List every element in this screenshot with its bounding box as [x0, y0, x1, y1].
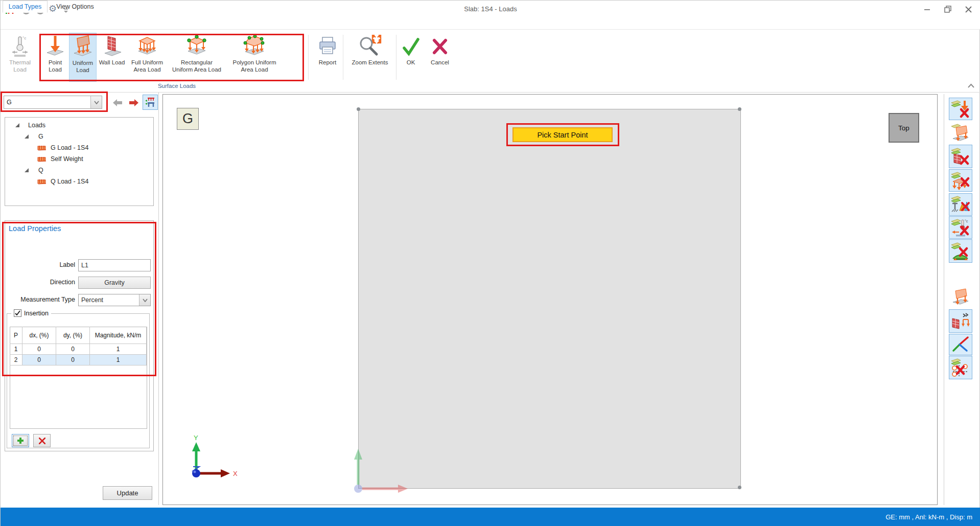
direction-button[interactable]: Gravity — [78, 277, 151, 289]
rectangular-uniform-area-load-button[interactable]: RectangularUniform Area Load — [168, 33, 225, 82]
toggle-hide-node-numbers-button[interactable] — [949, 356, 972, 379]
tree-node-g-load[interactable]: G Load - 1S4 — [37, 142, 88, 153]
report-button[interactable]: Report — [313, 33, 342, 82]
table-cell[interactable]: 1 — [90, 355, 147, 365]
view-top-label: Top — [898, 124, 909, 132]
tab-view-options[interactable]: View Options — [48, 1, 103, 13]
tab-load-types[interactable]: Load Types — [3, 1, 48, 13]
pick-start-point-label: Pick Start Point — [537, 131, 588, 139]
delete-x-icon — [39, 438, 45, 444]
point-load-button[interactable]: PointLoad — [42, 33, 68, 82]
tree-node-label: Self Weight — [51, 155, 83, 163]
hide-supports-icon — [951, 195, 970, 214]
load-case-input[interactable] — [4, 96, 90, 108]
restore-button[interactable] — [941, 4, 954, 15]
slab-corner-node[interactable] — [357, 107, 360, 111]
cancel-button[interactable]: Cancel — [425, 33, 455, 82]
table-cell[interactable]: 1 — [90, 344, 147, 355]
axis-x-label: X — [233, 470, 238, 477]
uniform-load-button[interactable]: UniformLoad — [69, 33, 97, 82]
tree-expanded-icon — [24, 168, 29, 173]
label-field-value: L1 — [81, 262, 88, 269]
toggle-hide-wall-loads-button[interactable] — [949, 145, 972, 168]
tree-node-label: G Load - 1S4 — [51, 144, 88, 151]
update-button[interactable]: Update — [103, 486, 152, 500]
slab-region[interactable] — [358, 109, 741, 489]
point-load-icon — [45, 33, 65, 57]
toggle-hide-supports-button[interactable] — [949, 193, 972, 216]
load-case-manager-button[interactable] — [143, 95, 158, 110]
table-cell[interactable]: 0 — [22, 355, 56, 365]
tree-node-q[interactable]: Q — [24, 165, 43, 176]
tab-load-types-label: Load Types — [9, 3, 41, 10]
tree-node-g[interactable]: G — [24, 131, 43, 142]
polygon-uniform-area-load-button[interactable]: Polygon UniformArea Load — [226, 33, 283, 82]
hide-soil-loads-icon — [951, 241, 970, 261]
polygon-uniform-area-load-icon — [242, 33, 267, 57]
ribbon-separator — [308, 35, 309, 80]
table-cell[interactable]: 0 — [56, 355, 90, 365]
ribbon-tabrow — [1, 17, 980, 30]
zoom-extents-button[interactable]: Zoom Extents — [346, 33, 394, 82]
close-button[interactable] — [962, 4, 975, 15]
tree-expanded-icon — [24, 134, 29, 139]
toggle-hide-point-loads-button[interactable] — [949, 98, 972, 120]
svg-text:°c: °c — [965, 219, 968, 223]
measurement-type-value: Percent — [79, 296, 139, 304]
tree-node-loads[interactable]: Loads — [15, 120, 45, 131]
label-field-caption: Label — [11, 261, 75, 268]
axes-triad: Y X — [177, 434, 243, 487]
table-cell[interactable]: 2 — [10, 355, 22, 365]
load-properties-title: Load Properties — [9, 224, 61, 233]
slab-loads-window: ⚙ Slab: 1S4 - Loads Load Types View Opti… — [0, 0, 980, 526]
delete-row-button[interactable] — [33, 434, 51, 447]
combobox-chevron-icon[interactable] — [90, 96, 102, 108]
wall-load-button[interactable]: Wall Load — [98, 33, 126, 82]
left-arrow-icon — [112, 99, 123, 107]
table-cell[interactable]: 1 — [10, 344, 22, 355]
ok-button[interactable]: OK — [399, 33, 423, 82]
toggle-line-load-display-button[interactable] — [949, 286, 972, 307]
full-uniform-area-load-button[interactable]: Full UniformArea Load — [127, 33, 167, 82]
measurement-type-select[interactable]: Percent — [78, 294, 151, 306]
previous-load-case-button[interactable] — [111, 97, 124, 108]
slab-origin-axes — [351, 443, 417, 496]
toggle-hide-area-loads-button[interactable] — [949, 169, 972, 192]
label-field-input[interactable]: L1 — [78, 259, 151, 271]
direction-value: Gravity — [104, 279, 125, 286]
right-arrow-icon — [129, 99, 139, 107]
toggle-uniform-loads-button[interactable] — [949, 122, 972, 143]
slab-corner-node[interactable] — [738, 486, 741, 489]
table-cell[interactable]: 0 — [22, 344, 56, 355]
thermal-load-icon: °c — [10, 33, 30, 57]
toggle-hide-soil-loads-button[interactable] — [949, 239, 972, 263]
toggle-hide-thermal-loads-button[interactable]: °c — [949, 216, 972, 239]
next-load-case-button[interactable] — [127, 97, 141, 108]
full-uniform-area-load-icon — [135, 33, 159, 57]
add-row-button[interactable] — [12, 434, 29, 447]
ribbon-collapse-chevron[interactable] — [967, 82, 975, 91]
cancel-x-icon — [430, 33, 450, 57]
select-chevron-icon[interactable] — [139, 294, 150, 306]
units-status: GE: mm , Anl: kN-m , Disp: m — [885, 513, 972, 521]
slab-corner-node[interactable] — [738, 107, 741, 111]
view-top-button[interactable]: Top — [889, 113, 919, 143]
convert-wall-load-button[interactable] — [949, 309, 972, 333]
load-case-combobox[interactable] — [4, 96, 102, 109]
tree-node-q-load[interactable]: Q Load - 1S4 — [37, 176, 88, 187]
table-cell[interactable]: 0 — [56, 344, 90, 355]
tree-node-label: Loads — [28, 122, 45, 129]
ribbon-group-label: Surface Loads — [82, 83, 271, 89]
toggle-local-axes-button[interactable] — [949, 334, 972, 355]
thermal-load-button: °c ThermalLoad — [4, 33, 36, 82]
window-title: Slab: 1S4 - Loads — [1, 5, 980, 13]
minimize-button[interactable] — [921, 4, 934, 15]
pick-start-point-button[interactable]: Pick Start Point — [512, 127, 613, 142]
insertion-checkbox[interactable] — [14, 309, 21, 317]
tree-node-label: G — [38, 133, 43, 140]
convert-wall-load-icon — [951, 311, 970, 331]
svg-text:°c: °c — [22, 36, 26, 40]
rectangular-uniform-area-load-icon — [185, 33, 208, 57]
load-case-badge: G — [177, 108, 199, 130]
tree-node-self-weight[interactable]: Self Weight — [37, 153, 83, 165]
